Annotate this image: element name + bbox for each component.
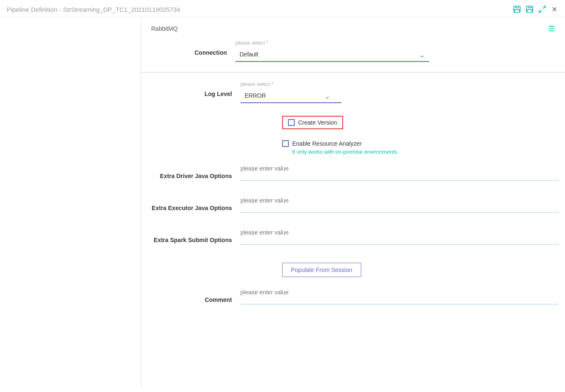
page-title: Pipeline Definition - StrStreaming_DP_TC… (7, 6, 180, 13)
main-content: RabbitMQ ☰ Connection please select * De… (0, 17, 565, 388)
enable-resource-analyzer-checkbox[interactable] (282, 140, 289, 147)
extra-spark-field: ⌝ (240, 227, 558, 246)
comment-field: ⌝ (240, 287, 558, 306)
settings-section: Log Level please select * DEBUG INFO WAR… (141, 73, 565, 328)
save-icon-2[interactable] (525, 5, 534, 13)
connection-select-wrapper: Default Custom ⌄ (235, 48, 429, 62)
extra-driver-field: ⌝ (240, 163, 558, 182)
log-level-field: please select * DEBUG INFO WARN ERROR FA… (240, 81, 558, 103)
connection-hint: please select * (235, 40, 429, 46)
enable-resource-analyzer-row: Enable Resource Analyzer It only works w… (141, 137, 565, 157)
extra-driver-input[interactable] (240, 163, 558, 181)
close-icon[interactable] (551, 5, 558, 13)
extra-spark-label: Extra Spark Submit Options (148, 227, 240, 243)
extra-driver-row: Extra Driver Java Options ⌝ (141, 163, 565, 182)
hamburger-menu-icon[interactable]: ☰ (548, 24, 555, 33)
extra-executor-row: Extra Executor Java Options ⌝ (141, 195, 565, 214)
connection-select[interactable]: Default Custom (235, 48, 429, 62)
title-main: Pipeline Definition (7, 6, 57, 13)
right-panel: RabbitMQ ☰ Connection please select * De… (141, 17, 565, 388)
svg-line-2 (543, 6, 546, 9)
populate-from-session-button[interactable]: Populate From Session (282, 263, 361, 277)
save-icon-1[interactable] (513, 5, 521, 13)
enable-resource-analyzer-label: Enable Resource Analyzer (292, 140, 362, 147)
svg-line-3 (539, 10, 542, 13)
comment-input[interactable] (240, 287, 558, 304)
extra-executor-field: ⌝ (240, 195, 558, 214)
resource-analyzer-hint: It only works with on-premise environmen… (282, 149, 565, 155)
create-version-box[interactable]: Create Version (282, 116, 343, 129)
enable-resource-analyzer-checkbox-wrapper[interactable]: Enable Resource Analyzer (282, 140, 565, 147)
extra-executor-label: Extra Executor Java Options (148, 195, 240, 211)
resize-handle-driver: ⌝ (556, 177, 558, 182)
log-level-label: Log Level (148, 81, 240, 97)
rabbitmq-header: RabbitMQ ☰ (151, 24, 555, 33)
left-panel (0, 17, 141, 388)
log-level-row: Log Level please select * DEBUG INFO WAR… (141, 81, 565, 103)
log-level-select[interactable]: DEBUG INFO WARN ERROR FATAL (240, 89, 341, 103)
extra-executor-input[interactable] (240, 195, 558, 213)
create-version-checkbox[interactable] (288, 119, 295, 126)
extra-spark-row: Extra Spark Submit Options ⌝ (141, 227, 565, 246)
header-icons (513, 5, 558, 13)
resize-handle-comment: ⌝ (556, 301, 558, 306)
comment-row: Comment ⌝ (141, 287, 565, 306)
log-level-hint-text: please select * (240, 81, 273, 87)
connection-label: Connection (151, 40, 235, 56)
resize-handle-spark: ⌝ (556, 241, 558, 246)
create-version-row: Create Version (141, 113, 565, 132)
extra-driver-label: Extra Driver Java Options (148, 163, 240, 179)
rabbitmq-title: RabbitMQ (151, 25, 178, 32)
title-subtitle: - StrStreaming_DP_TC1_20210119025734 (59, 6, 180, 13)
top-bar: Pipeline Definition - StrStreaming_DP_TC… (0, 0, 565, 17)
populate-row: Populate From Session (141, 256, 565, 284)
comment-label: Comment (148, 287, 240, 303)
log-level-select-wrapper: DEBUG INFO WARN ERROR FATAL ⌄ (240, 89, 558, 103)
create-version-label: Create Version (298, 119, 337, 126)
rabbitmq-section: RabbitMQ ☰ Connection please select * De… (141, 17, 565, 72)
extra-spark-input[interactable] (240, 227, 558, 245)
log-level-hint: please select * (240, 81, 558, 87)
resize-handle-executor: ⌝ (556, 209, 558, 214)
expand-icon[interactable] (538, 5, 546, 13)
